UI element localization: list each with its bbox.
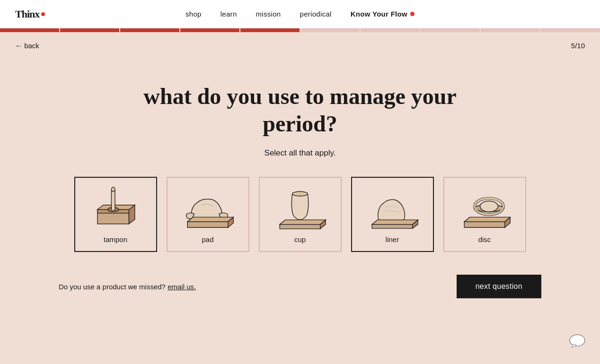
tampon-label: tampon: [104, 235, 127, 243]
pad-icon: [175, 183, 241, 231]
svg-marker-16: [372, 224, 413, 228]
disc-icon: [451, 183, 518, 231]
main-content: what do you use to manage your period? S…: [0, 54, 600, 298]
product-card-disc[interactable]: disc: [443, 177, 526, 252]
product-card-liner[interactable]: liner: [351, 177, 434, 252]
tampon-icon: [82, 183, 149, 231]
pad-label: pad: [202, 235, 213, 243]
product-card-pad[interactable]: pad: [167, 177, 249, 252]
svg-marker-18: [372, 220, 418, 225]
progress-segment-10: [541, 28, 600, 32]
top-controls: ← back 5/10: [0, 32, 600, 54]
logo-dot: [41, 12, 45, 16]
product-grid: tampon pad cup: [74, 177, 526, 252]
progress-segment-4: [180, 28, 240, 32]
svg-point-28: [570, 335, 585, 346]
svg-marker-8: [187, 222, 228, 227]
progress-segment-3: [120, 28, 180, 32]
svg-point-6: [111, 187, 115, 191]
progress-segment-7: [361, 28, 421, 32]
back-button[interactable]: ← back: [15, 42, 39, 50]
svg-marker-27: [464, 217, 510, 222]
nav-shop[interactable]: shop: [185, 10, 202, 18]
progress-segment-8: [421, 28, 481, 32]
email-link[interactable]: email us.: [168, 283, 196, 291]
svg-rect-5: [111, 189, 115, 211]
question-title: what do you use to manage your period?: [134, 83, 466, 137]
svg-point-11: [292, 191, 308, 196]
progress-segment-9: [481, 28, 541, 32]
step-counter: 5/10: [571, 42, 585, 50]
progress-segment-6: [300, 28, 361, 32]
svg-marker-13: [280, 224, 320, 229]
logo-text: Thinx: [15, 8, 39, 20]
navbar: Thinx shop learn mission periodical Know…: [0, 0, 600, 28]
nav-links: shop learn mission periodical Know Your …: [185, 10, 415, 18]
nav-mission[interactable]: mission: [256, 10, 281, 18]
product-card-cup[interactable]: cup: [259, 177, 342, 252]
chat-icon[interactable]: [566, 330, 589, 353]
liner-icon: [359, 183, 425, 231]
progress-segment-1: [0, 28, 60, 32]
nav-periodical[interactable]: periodical: [300, 10, 332, 18]
footer-row: Do you use a product we missed? email us…: [49, 275, 551, 298]
missed-label: Do you use a product we missed?: [59, 283, 166, 291]
svg-point-24: [480, 201, 498, 212]
question-subtitle: Select all that apply.: [265, 148, 336, 158]
nav-learn[interactable]: learn: [221, 10, 237, 18]
nav-kyf-dot: [410, 12, 415, 16]
logo[interactable]: Thinx: [15, 8, 45, 20]
cup-label: cup: [294, 235, 306, 243]
product-card-tampon[interactable]: tampon: [74, 177, 157, 252]
svg-marker-10: [187, 217, 233, 222]
svg-marker-15: [280, 220, 326, 225]
missed-product-text: Do you use a product we missed? email us…: [59, 283, 196, 291]
progress-bar: [0, 28, 600, 32]
disc-label: disc: [478, 235, 491, 243]
progress-segment-5: [240, 28, 300, 32]
nav-kyf-label: Know Your Flow: [351, 10, 407, 18]
next-question-button[interactable]: next question: [457, 275, 541, 298]
liner-label: liner: [386, 235, 399, 243]
progress-segment-2: [60, 28, 120, 32]
cup-icon: [267, 183, 333, 231]
svg-marker-25: [464, 222, 505, 227]
nav-know-your-flow[interactable]: Know Your Flow: [351, 10, 415, 18]
